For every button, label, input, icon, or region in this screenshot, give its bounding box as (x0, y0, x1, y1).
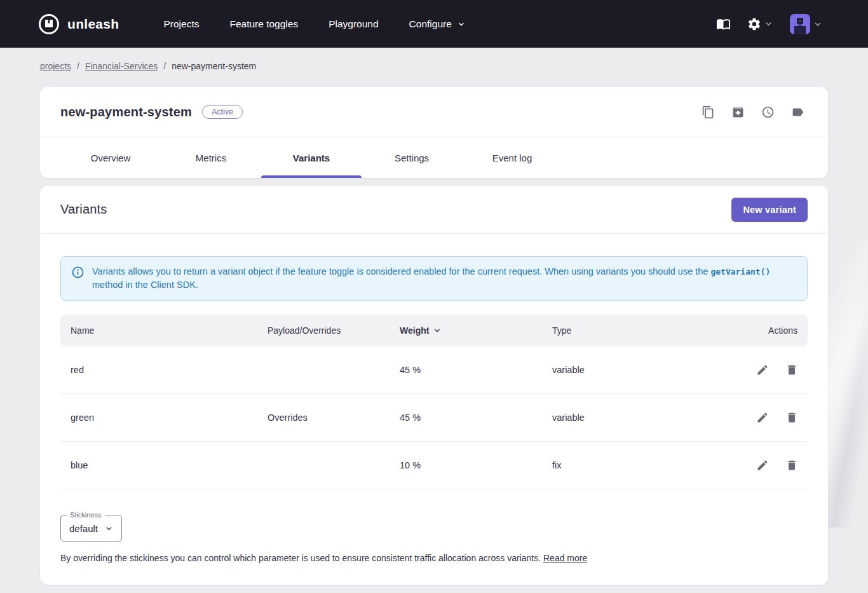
unleash-logo[interactable]: unleash (38, 13, 119, 35)
variant-weight: 45 % (390, 365, 542, 375)
variant-payload: Overrides (257, 412, 390, 423)
breadcrumb-projects[interactable]: projects (40, 61, 71, 71)
delete-trash-icon (785, 364, 798, 376)
clock-icon (761, 106, 775, 119)
variant-type: fix (542, 460, 720, 470)
edit-pencil-icon (756, 459, 769, 472)
chevron-down-icon (104, 524, 114, 533)
feature-header-card: new-payment-system Active (40, 87, 828, 178)
tab-overview[interactable]: Overview (60, 137, 161, 178)
docs-book-icon (716, 17, 731, 31)
variant-actions (720, 360, 808, 379)
feature-title: new-payment-system (60, 105, 192, 119)
nav-playground[interactable]: Playground (329, 18, 378, 30)
user-avatar (790, 14, 810, 34)
nav-feature-toggles[interactable]: Feature toggles (229, 18, 298, 30)
archive-icon (731, 106, 745, 119)
tab-metrics[interactable]: Metrics (161, 137, 261, 178)
alert-text: Variants allows you to return a variant … (92, 265, 797, 292)
nav-configure-label: Configure (409, 18, 452, 30)
variant-type: variable (542, 365, 720, 375)
settings-button[interactable] (744, 14, 776, 34)
feature-tabs: Overview Metrics Variants Settings Event… (40, 137, 828, 178)
stickiness-label: Stickiness (67, 510, 105, 519)
feature-header-top: new-payment-system Active (40, 87, 828, 137)
variant-actions (720, 456, 808, 475)
chevron-down-icon (813, 19, 823, 29)
edit-pencil-icon (756, 411, 769, 424)
chevron-down-icon (457, 20, 466, 29)
stickiness-select[interactable]: Stickiness default (60, 515, 122, 542)
info-icon (71, 266, 85, 279)
tab-event-log[interactable]: Event log (462, 137, 562, 178)
variants-table: Name Payload/Overrides Weight Type Actio… (60, 315, 808, 489)
archive-feature-button[interactable] (728, 102, 748, 122)
brand-name: unleash (67, 17, 119, 32)
profile-button[interactable] (787, 11, 826, 37)
top-navbar: unleash Projects Feature toggles Playgro… (0, 0, 868, 48)
stickiness-value: default (69, 523, 98, 534)
col-header-actions: Actions (720, 325, 808, 336)
breadcrumb-current: new-payment-system (172, 61, 256, 71)
alert-code: getVariant() (710, 267, 770, 276)
col-header-payload: Payload/Overrides (257, 325, 390, 336)
info-alert: Variants allows you to return a variant … (60, 256, 808, 301)
variant-weight: 45 % (390, 412, 542, 423)
breadcrumb-separator: / (163, 61, 166, 71)
weight-header-label: Weight (400, 325, 429, 336)
unleash-logo-icon (38, 13, 60, 35)
breadcrumb-separator: / (77, 61, 79, 71)
delete-trash-icon (785, 411, 798, 424)
copy-feature-button[interactable] (698, 102, 718, 122)
variant-name: green (60, 412, 257, 423)
edit-variant-button[interactable] (753, 456, 772, 475)
breadcrumb: projects / Financial-Services / new-paym… (40, 61, 868, 71)
alert-text-before: Variants allows you to return a variant … (92, 266, 710, 276)
tag-button[interactable] (788, 102, 808, 122)
edit-variant-button[interactable] (753, 360, 772, 379)
read-more-link[interactable]: Read more (543, 553, 587, 563)
sort-chevron-icon (433, 326, 442, 335)
delete-variant-button[interactable] (782, 360, 801, 379)
table-row: blue 10 % fix (60, 442, 808, 489)
docs-button[interactable] (713, 13, 734, 34)
table-row: red 45 % variable (60, 346, 808, 394)
tag-icon (791, 106, 804, 119)
table-row: green Overrides 45 % variable (60, 394, 808, 442)
edit-pencil-icon (756, 364, 769, 376)
main-nav: Projects Feature toggles Playground Conf… (163, 18, 465, 30)
variant-type: variable (542, 412, 720, 423)
delete-variant-button[interactable] (782, 456, 801, 475)
settings-gear-icon (747, 17, 761, 31)
tab-settings[interactable]: Settings (362, 137, 462, 178)
col-header-weight[interactable]: Weight (390, 325, 542, 336)
variants-card-header: Variants New variant (40, 186, 828, 234)
variant-name: red (60, 365, 257, 375)
feature-actions (698, 102, 808, 122)
col-header-type: Type (542, 325, 720, 336)
variant-actions (720, 408, 808, 427)
new-variant-button[interactable]: New variant (731, 198, 808, 222)
variants-card: Variants New variant Variants allows you… (40, 186, 828, 585)
stickiness-help-body: By overriding the stickiness you can con… (60, 553, 541, 563)
section-title: Variants (60, 202, 107, 217)
variant-weight: 10 % (390, 460, 542, 470)
nav-configure[interactable]: Configure (409, 18, 466, 30)
edit-variant-button[interactable] (753, 408, 772, 427)
delete-variant-button[interactable] (782, 408, 801, 427)
history-button[interactable] (758, 102, 778, 122)
stickiness-section: Stickiness default (60, 515, 808, 542)
variants-card-body: Variants allows you to return a variant … (40, 234, 828, 563)
nav-projects[interactable]: Projects (163, 18, 199, 30)
copy-icon (702, 106, 715, 119)
alert-text-after: method in the Client SDK. (92, 280, 198, 290)
chevron-down-icon (764, 19, 773, 29)
table-header-row: Name Payload/Overrides Weight Type Actio… (60, 315, 808, 346)
stickiness-help-text: By overriding the stickiness you can con… (60, 553, 808, 563)
tab-variants[interactable]: Variants (261, 137, 362, 178)
status-badge: Active (202, 105, 243, 119)
breadcrumb-project-name[interactable]: Financial-Services (85, 61, 158, 71)
variant-name: blue (60, 460, 257, 470)
navbar-right (713, 11, 826, 37)
col-header-name: Name (60, 325, 257, 336)
